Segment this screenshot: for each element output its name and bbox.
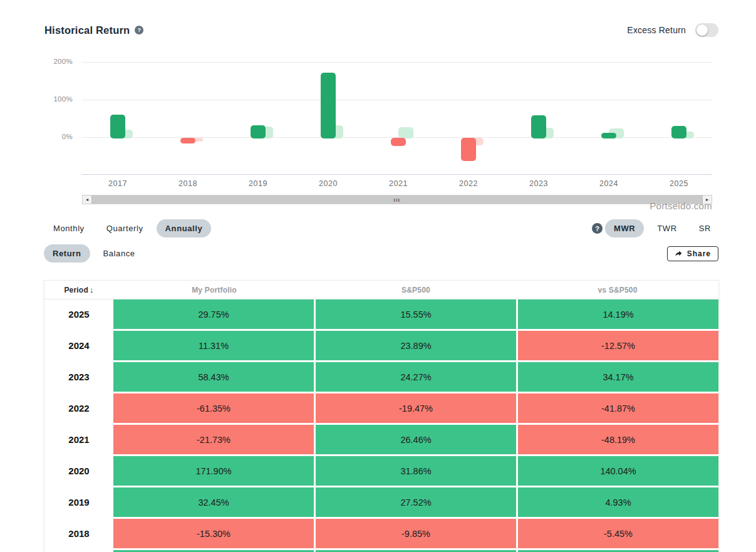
return-cell: -12.57% [518, 331, 718, 360]
return-cell: 34.17% [518, 362, 718, 392]
view-share-row: ReturnBalance Share [44, 244, 718, 263]
share-button[interactable]: Share [667, 246, 718, 261]
bar-portfolio-2018 [180, 138, 195, 143]
x-tick-label-2024: 2024 [584, 179, 634, 188]
historical-return-page: Historical Return ? Excess Return 200%10… [0, 0, 756, 552]
return-cell: -19.47% [316, 393, 516, 423]
period-tabs: MonthlyQuarterlyAnnually [44, 219, 211, 237]
return-cell: 14.19% [518, 299, 718, 329]
return-cell: 15.55% [316, 299, 516, 329]
tab-quarterly[interactable]: Quarterly [98, 219, 152, 237]
return-cell: 32.45% [113, 487, 314, 517]
y-tick-label: 100% [44, 95, 73, 103]
column-header-my-portfolio[interactable]: My Portfolio [113, 286, 315, 294]
x-tick-label-2019: 2019 [233, 179, 283, 188]
table-body: 202529.75%15.55%14.19%202411.31%23.89%-1… [44, 299, 718, 552]
x-tick-label-2018: 2018 [163, 179, 213, 188]
column-header-sp500[interactable]: S&P500 [315, 286, 517, 294]
period-cell: 2024 [44, 331, 113, 360]
x-axis-line [81, 174, 712, 175]
metric-tab-twr[interactable]: TWR [648, 219, 685, 237]
return-cell: 140.04% [518, 456, 718, 486]
period-cell: 2025 [44, 299, 113, 329]
period-cell: 2020 [44, 456, 113, 486]
period-cell: 2022 [44, 393, 113, 423]
table-header-row: Period ↓ My Portfolio S&P500 vs S&P500 [44, 281, 718, 299]
x-tick-label-2021: 2021 [373, 179, 423, 188]
bar-portfolio-2023 [531, 115, 546, 138]
return-cell: -21.73% [113, 425, 314, 454]
period-cell: 2018 [44, 519, 113, 548]
x-tick-label-2022: 2022 [443, 179, 494, 188]
period-cell: 2023 [44, 362, 113, 392]
return-cell: -5.45% [518, 519, 718, 548]
return-cell: 23.89% [316, 331, 516, 360]
scrollbar-thumb[interactable]: III [92, 195, 702, 204]
watermark: Portseido.com [650, 200, 712, 211]
sort-desc-icon: ↓ [90, 285, 94, 294]
bar-portfolio-2019 [251, 125, 266, 138]
return-cell: 26.46% [316, 425, 516, 454]
x-tick-label-2023: 2023 [514, 179, 564, 188]
table-row-2025: 202529.75%15.55%14.19% [44, 299, 718, 329]
table-row-2024: 202411.31%23.89%-12.57% [44, 331, 718, 360]
return-cell: 4.93% [518, 487, 718, 517]
bar-portfolio-2017 [110, 115, 125, 138]
share-icon [675, 249, 683, 258]
return-cell: -9.85% [316, 519, 516, 548]
return-cell: 31.86% [316, 456, 516, 486]
view-tab-balance[interactable]: Balance [95, 244, 144, 263]
view-tabs: ReturnBalance [44, 244, 144, 263]
return-cell: 29.75% [113, 299, 314, 329]
return-cell: -41.87% [518, 393, 718, 423]
x-tick-label-2020: 2020 [303, 179, 353, 188]
gridline-100 [81, 100, 712, 100]
x-tick-label-2017: 2017 [93, 179, 143, 188]
tab-monthly[interactable]: Monthly [44, 219, 93, 237]
frequency-metric-row: MonthlyQuarterlyAnnually ? MWRTWRSR [44, 219, 720, 237]
table-row-2023: 202358.43%24.27%34.17% [44, 362, 718, 392]
returns-table: Period ↓ My Portfolio S&P500 vs S&P500 2… [44, 280, 719, 552]
bar-portfolio-2025 [671, 126, 686, 138]
tab-annually[interactable]: Annually [157, 219, 212, 237]
bar-portfolio-2022 [461, 138, 476, 161]
gridline-200 [81, 62, 712, 63]
column-header-vs-sp500[interactable]: vs S&P500 [517, 286, 718, 294]
metric-help-icon[interactable]: ? [592, 223, 603, 234]
table-row-2020: 2020171.90%31.86%140.04% [44, 456, 718, 486]
bar-portfolio-2020 [321, 73, 336, 138]
table-row-2022: 2022-61.35%-19.47%-41.87% [44, 393, 718, 423]
scrollbar-grip-icon: III [394, 197, 401, 202]
bar-portfolio-2024 [601, 133, 616, 138]
period-cell: 2019 [44, 487, 113, 517]
y-tick-label: 200% [44, 58, 73, 65]
return-cell: 27.52% [316, 487, 516, 517]
metric-tab-sr[interactable]: SR [690, 219, 720, 237]
y-tick-label: 0% [44, 133, 73, 140]
table-row-2018: 2018-15.30%-9.85%-5.45% [44, 519, 718, 548]
return-cell: -48.19% [518, 425, 718, 454]
period-cell: 2021 [44, 425, 113, 454]
x-tick-label-2025: 2025 [654, 179, 704, 188]
share-button-label: Share [687, 249, 711, 258]
return-cell: -15.30% [113, 519, 314, 548]
return-cell: -61.35% [113, 393, 314, 423]
bar-portfolio-2021 [391, 138, 406, 146]
metric-tabs: MWRTWRSR [605, 219, 720, 237]
return-cell: 11.31% [113, 331, 314, 360]
table-row-2021: 2021-21.73%26.46%-48.19% [44, 425, 718, 454]
chart-scrollbar[interactable]: ◂ III ▸ [82, 195, 712, 204]
view-tab-return[interactable]: Return [44, 244, 90, 263]
return-cell: 171.90% [113, 456, 314, 486]
return-cell: 24.27% [316, 362, 516, 392]
return-cell: 58.43% [113, 362, 314, 392]
scrollbar-left-arrow-icon[interactable]: ◂ [83, 195, 92, 204]
metric-tab-mwr[interactable]: MWR [605, 219, 644, 237]
period-header-label: Period [64, 286, 88, 294]
table-row-2019: 201932.45%27.52%4.93% [44, 487, 718, 517]
bar-benchmark-2021 [398, 127, 413, 138]
column-header-period[interactable]: Period ↓ [44, 285, 113, 294]
